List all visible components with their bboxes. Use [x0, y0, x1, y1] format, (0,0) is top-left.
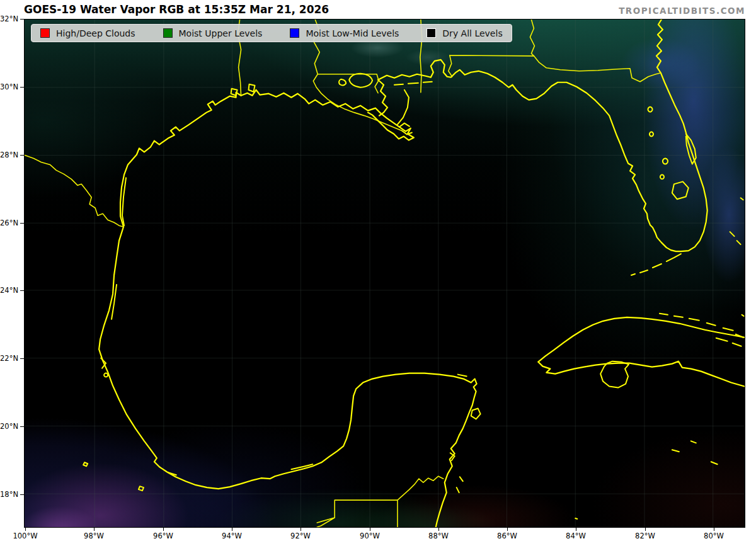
legend-item-moist-lowmid: Moist Low-Mid Levels [290, 28, 399, 38]
lon-label: 82°W [635, 532, 655, 540]
bahamas-islets [730, 198, 744, 316]
blue-swatch-icon [290, 28, 299, 38]
legend-item-moist-upper: Moist Upper Levels [163, 28, 263, 38]
fl-ga-border [534, 56, 661, 82]
page-title: GOES-19 Water Vapor RGB at 15:35Z Mar 21… [24, 3, 329, 16]
rio-grande-border [25, 155, 123, 227]
political-borders [25, 20, 660, 527]
guatemala-belize-borders [317, 476, 444, 527]
lon-tick [438, 528, 439, 531]
lat-tick [20, 358, 24, 359]
cayman-swan-islets [575, 441, 717, 519]
lon-tick [94, 528, 94, 531]
red-swatch-icon [40, 28, 50, 38]
sabine-calcasieu-lakes [231, 84, 255, 96]
lat-label: 22°N [0, 354, 18, 363]
satellite-figure: GOES-19 Water Vapor RGB at 15:35Z Mar 21… [0, 0, 756, 546]
terminos-lagoon-barrier [168, 464, 312, 475]
legend-item-dry: Dry All Levels [427, 28, 502, 38]
lat-tick [20, 87, 24, 88]
lon-label: 90°W [360, 532, 380, 540]
cozumel-island [471, 408, 481, 419]
lon-label: 98°W [84, 532, 104, 540]
lat-label: 26°N [0, 219, 18, 227]
lat-label: 32°N [0, 14, 18, 23]
lon-label: 94°W [222, 532, 242, 540]
map-overlay-svg [25, 20, 745, 527]
lat-tick [20, 19, 24, 20]
legend-item-high-deep-clouds: High/Deep Clouds [40, 28, 135, 38]
lon-label: 88°W [428, 532, 449, 540]
lon-tick [25, 528, 26, 531]
lat-label: 30°N [0, 82, 18, 91]
watermark: TROPICALTIDBITS.COM [619, 6, 745, 16]
lake-pontchartrain [339, 74, 372, 88]
lon-label: 86°W [497, 532, 517, 540]
lon-tick [645, 528, 646, 531]
coast-west-gulf-mexico-yucatan [99, 93, 477, 527]
lat-tick [20, 494, 24, 495]
chandeleur-islands [398, 90, 409, 125]
coast-cuba-north [538, 317, 744, 362]
cuba-keys [660, 314, 743, 346]
lat-tick [20, 223, 24, 224]
al-fl-border [449, 55, 534, 77]
lon-tick [301, 528, 301, 531]
lon-label: 84°W [566, 532, 586, 540]
mexico-reservoirs [83, 358, 144, 491]
lake-okeechobee [672, 181, 689, 199]
coast-cuba-south [538, 361, 744, 387]
florida-inland-lakes [648, 107, 668, 179]
lon-label: 100°W [13, 532, 37, 540]
lat-tick [20, 426, 24, 427]
legend-label: High/Deep Clouds [56, 28, 135, 38]
green-swatch-icon [163, 28, 173, 38]
lon-tick [370, 528, 370, 531]
mississippi-sound-barrier-islands [394, 82, 432, 85]
legend-label: Moist Low-Mid Levels [306, 28, 399, 38]
lon-tick [232, 528, 232, 531]
legend-label: Dry All Levels [442, 28, 502, 38]
lon-tick [714, 528, 714, 531]
florida-keys [631, 254, 681, 275]
coastlines [99, 20, 744, 527]
lat-tick [20, 155, 24, 156]
lon-label: 80°W [704, 532, 724, 540]
lat-label: 20°N [0, 422, 18, 431]
lat-label: 18°N [0, 490, 18, 499]
lat-label: 28°N [0, 151, 18, 159]
laguna-madre-inner [112, 178, 126, 319]
lon-tick [576, 528, 576, 531]
lon-tick [507, 528, 508, 531]
lon-label: 96°W [153, 532, 173, 540]
legend-bar: High/Deep Clouds Moist Upper Levels Mois… [31, 24, 512, 42]
coast-mississippi-alabama-florida [378, 20, 707, 251]
satellite-map: High/Deep Clouds Moist Upper Levels Mois… [24, 19, 745, 528]
lon-tick [163, 528, 164, 531]
legend-label: Moist Upper Levels [179, 28, 263, 38]
lat-label: 24°N [0, 286, 18, 295]
black-swatch-icon [427, 28, 436, 38]
isla-juventud [600, 361, 629, 388]
lon-label: 92°W [290, 532, 311, 540]
yucatan-east-islets [450, 375, 467, 493]
coast-louisiana-delta [241, 80, 414, 140]
lat-tick [20, 290, 24, 291]
al-ga-border [530, 20, 534, 56]
